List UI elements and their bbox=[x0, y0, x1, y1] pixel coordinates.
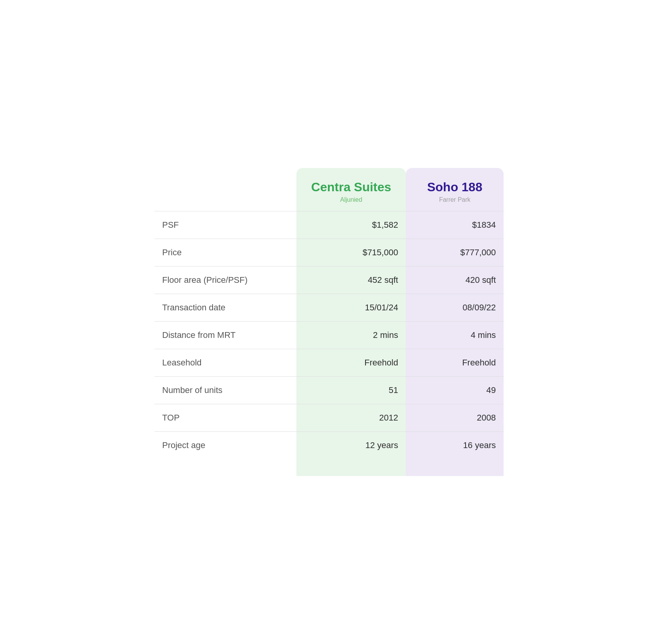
table-row: LeaseholdFreeholdFreehold bbox=[154, 349, 504, 376]
property-name-green: Centra Suites bbox=[304, 180, 398, 194]
row-val-purple: 16 years bbox=[406, 431, 504, 459]
header-col-purple: Soho 188 Farrer Park bbox=[406, 168, 504, 211]
property-name-purple: Soho 188 bbox=[414, 180, 496, 194]
header-label-col bbox=[154, 168, 296, 211]
row-val-green: 51 bbox=[296, 376, 406, 404]
row-val-purple: $777,000 bbox=[406, 239, 504, 266]
row-label: Project age bbox=[154, 431, 296, 459]
row-val-green: $1,582 bbox=[296, 211, 406, 239]
property-location-purple: Farrer Park bbox=[414, 196, 496, 203]
row-val-purple: 49 bbox=[406, 376, 504, 404]
table-row: Number of units5149 bbox=[154, 376, 504, 404]
table-bottom-spacer bbox=[154, 459, 504, 476]
row-label: PSF bbox=[154, 211, 296, 239]
row-val-purple: Freehold bbox=[406, 349, 504, 376]
table-row: Floor area (Price/PSF)452 sqft420 sqft bbox=[154, 266, 504, 294]
table-row: PSF$1,582$1834 bbox=[154, 211, 504, 239]
row-val-purple: 4 mins bbox=[406, 321, 504, 349]
table-row: Distance from MRT2 mins4 mins bbox=[154, 321, 504, 349]
property-location-green: Aljunied bbox=[304, 196, 398, 203]
row-val-green: $715,000 bbox=[296, 239, 406, 266]
row-label: Distance from MRT bbox=[154, 321, 296, 349]
row-val-purple: 2008 bbox=[406, 404, 504, 431]
row-val-purple: 08/09/22 bbox=[406, 294, 504, 321]
header-col-green: Centra Suites Aljunied bbox=[296, 168, 406, 211]
table-row: Price$715,000$777,000 bbox=[154, 239, 504, 266]
table-row: TOP20122008 bbox=[154, 404, 504, 431]
row-label: TOP bbox=[154, 404, 296, 431]
row-val-purple: 420 sqft bbox=[406, 266, 504, 294]
row-label: Floor area (Price/PSF) bbox=[154, 266, 296, 294]
row-val-purple: $1834 bbox=[406, 211, 504, 239]
row-label: Price bbox=[154, 239, 296, 266]
table-row: Transaction date15/01/2408/09/22 bbox=[154, 294, 504, 321]
comparison-table: Centra Suites Aljunied Soho 188 Farrer P… bbox=[154, 168, 504, 476]
row-val-green: 452 sqft bbox=[296, 266, 406, 294]
row-label: Leasehold bbox=[154, 349, 296, 376]
row-val-green: 12 years bbox=[296, 431, 406, 459]
row-val-green: 15/01/24 bbox=[296, 294, 406, 321]
row-label: Number of units bbox=[154, 376, 296, 404]
table-row: Project age12 years16 years bbox=[154, 431, 504, 459]
row-label: Transaction date bbox=[154, 294, 296, 321]
row-val-green: Freehold bbox=[296, 349, 406, 376]
row-val-green: 2 mins bbox=[296, 321, 406, 349]
row-val-green: 2012 bbox=[296, 404, 406, 431]
